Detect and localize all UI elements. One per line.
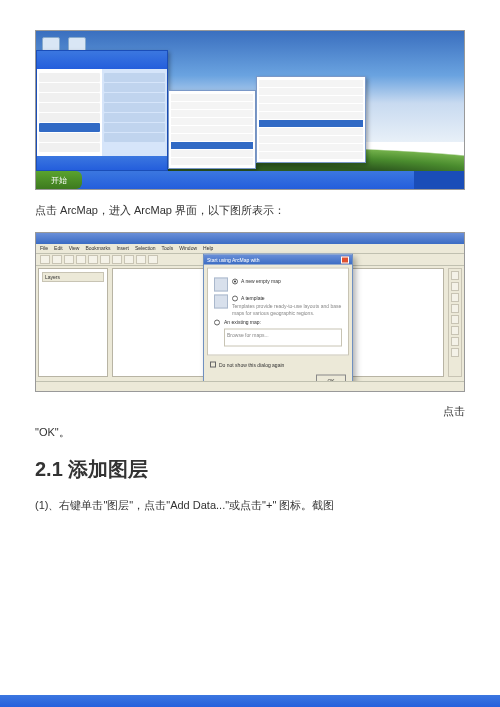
- submenu-item: [171, 102, 253, 109]
- submenu-item: [259, 80, 363, 87]
- screenshot-desktop: 开始: [35, 30, 465, 190]
- toolbar-button: [100, 255, 110, 264]
- start-menu-item: [104, 73, 165, 82]
- tool-button: [451, 315, 459, 324]
- start-menu-left: [37, 69, 102, 156]
- table-of-contents: Layers: [38, 268, 108, 377]
- system-tray: [414, 171, 464, 189]
- start-menu-item-programs: [39, 123, 100, 132]
- toc-header: Layers: [42, 272, 104, 282]
- figure-arcmap: File Edit View Bookmarks Insert Selectio…: [35, 232, 465, 392]
- menu-file: File: [40, 245, 48, 251]
- start-menu-item: [104, 113, 165, 122]
- submenu-item: [171, 118, 253, 125]
- dialog-title: Start using ArcMap with: [207, 257, 260, 263]
- toolbar-button: [112, 255, 122, 264]
- submenu-item: [259, 104, 363, 111]
- submenu-item: [171, 94, 253, 101]
- radio-template: [232, 296, 238, 302]
- option-new-map: A new empty map: [241, 278, 281, 285]
- toolbar-button: [52, 255, 62, 264]
- submenu-item-arcmap: [259, 120, 363, 127]
- section-title: 添加图层: [68, 458, 148, 480]
- start-menu-item: [104, 123, 165, 132]
- browse-maps: Browse for maps...: [227, 332, 339, 339]
- menu-tools: Tools: [162, 245, 174, 251]
- submenu-item: [259, 88, 363, 95]
- menu-edit: Edit: [54, 245, 63, 251]
- trail-right: 点击: [443, 404, 465, 419]
- radio-existing: [214, 320, 220, 326]
- option-template-desc: Templates provide ready-to-use layouts a…: [232, 303, 342, 316]
- start-menu-item: [39, 143, 100, 152]
- submenu-item: [259, 128, 363, 135]
- submenu-item: [259, 96, 363, 103]
- tool-button: [451, 282, 459, 291]
- dialog-body: A new empty map A template: [207, 268, 349, 356]
- arcmap-titlebar: [36, 233, 464, 244]
- menu-view: View: [69, 245, 80, 251]
- tool-button: [451, 337, 459, 346]
- start-menu-item: [39, 83, 100, 92]
- toolbar-button: [148, 255, 158, 264]
- step-1: (1)、右键单击"图层"，点击"Add Data..."或点击"+" 图标。截图: [35, 497, 465, 515]
- submenu-item: [171, 150, 253, 157]
- menu-window: Window: [179, 245, 197, 251]
- submenu-item: [259, 144, 363, 151]
- start-menu-item: [39, 133, 100, 142]
- tool-button: [451, 271, 459, 280]
- checkbox-dont-show: [210, 362, 216, 368]
- template-icon: [214, 295, 228, 309]
- dialog-titlebar: Start using ArcMap with: [204, 255, 352, 265]
- start-menu-item: [104, 133, 165, 142]
- start-menu-item: [39, 103, 100, 112]
- start-menu-item: [39, 93, 100, 102]
- arcgis-submenu: [256, 76, 366, 163]
- screenshot-arcmap: File Edit View Bookmarks Insert Selectio…: [35, 232, 465, 392]
- submenu-item: [171, 134, 253, 141]
- taskbar: 开始: [36, 171, 464, 189]
- toolbar-button: [64, 255, 74, 264]
- start-dialog: Start using ArcMap with A new empty map: [203, 254, 353, 391]
- arcmap-menubar: File Edit View Bookmarks Insert Selectio…: [36, 244, 464, 254]
- submenu-item: [259, 112, 363, 119]
- start-menu-right: [102, 69, 167, 156]
- radio-new-map: [232, 279, 238, 285]
- caption-1: 点击 ArcMap，进入 ArcMap 界面，以下图所表示：: [35, 202, 465, 220]
- taskbar-2: [0, 695, 500, 707]
- menu-selection: Selection: [135, 245, 156, 251]
- map-canvas: Start using ArcMap with A new empty map: [112, 268, 444, 377]
- tool-button: [451, 293, 459, 302]
- tool-button: [451, 326, 459, 335]
- right-toolbar: [448, 268, 462, 377]
- toolbar-button: [40, 255, 50, 264]
- menu-help: Help: [203, 245, 213, 251]
- start-menu: [36, 50, 168, 171]
- option-template: A template: [241, 295, 265, 302]
- menu-insert: Insert: [116, 245, 129, 251]
- toolbar-button: [124, 255, 134, 264]
- toolbar-button: [88, 255, 98, 264]
- section-number: 2.1: [35, 458, 63, 480]
- start-menu-header: [37, 51, 167, 69]
- toolbar-button: [136, 255, 146, 264]
- submenu-item: [259, 152, 363, 159]
- submenu-item: [171, 126, 253, 133]
- menu-bookmarks: Bookmarks: [85, 245, 110, 251]
- start-menu-item: [39, 113, 100, 122]
- start-menu-item: [104, 83, 165, 92]
- option-existing: An existing map:: [224, 319, 261, 326]
- checkbox-label: Do not show this dialog again: [219, 362, 284, 368]
- tool-button: [451, 304, 459, 313]
- toolbar-button: [76, 255, 86, 264]
- close-icon: [341, 256, 349, 263]
- new-map-icon: [214, 278, 228, 292]
- programs-submenu: [168, 90, 256, 169]
- figure-xp-desktop: 开始: [35, 30, 465, 190]
- tool-button: [451, 348, 459, 357]
- submenu-item: [259, 136, 363, 143]
- submenu-item-arcgis: [171, 142, 253, 149]
- submenu-item: [171, 158, 253, 165]
- start-button: 开始: [36, 171, 82, 189]
- trail-ok: "OK"。: [35, 425, 465, 440]
